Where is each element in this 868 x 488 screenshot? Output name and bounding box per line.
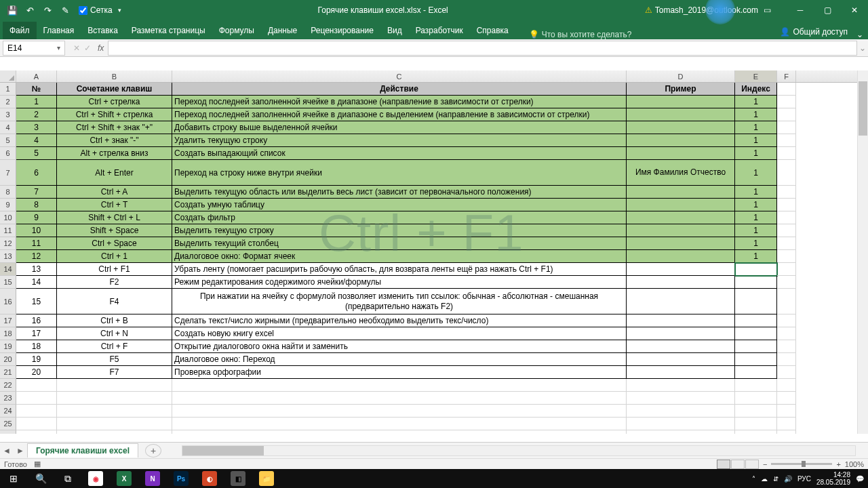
- cell[interactable]: [735, 340, 777, 353]
- tray-language[interactable]: РУС: [797, 475, 811, 483]
- cell[interactable]: [735, 430, 777, 434]
- column-header-A[interactable]: A: [16, 70, 57, 82]
- cell[interactable]: Ctrl + B: [57, 314, 172, 327]
- cell[interactable]: [627, 366, 735, 379]
- row-header[interactable]: 26: [0, 430, 16, 434]
- tab-Главная[interactable]: Главная: [37, 22, 81, 39]
- cell[interactable]: [777, 186, 796, 199]
- enter-formula-icon[interactable]: ✓: [84, 43, 91, 53]
- cell[interactable]: [777, 405, 796, 418]
- expand-formula-bar-icon[interactable]: ⌄: [857, 43, 868, 53]
- cell[interactable]: Диалоговое окно: Формат ячеек: [172, 250, 627, 263]
- cell[interactable]: [16, 430, 57, 434]
- cell[interactable]: 8: [16, 199, 57, 211]
- cell[interactable]: Shift + Ctrl + L: [57, 211, 172, 224]
- cell[interactable]: [735, 366, 777, 379]
- cell[interactable]: [627, 340, 735, 353]
- cell[interactable]: [777, 366, 796, 379]
- cell[interactable]: [627, 327, 735, 340]
- cell[interactable]: Ctrl + N: [57, 327, 172, 340]
- cell[interactable]: [735, 314, 777, 327]
- cell[interactable]: Переход последней заполненной ячейке в д…: [172, 108, 627, 121]
- cell[interactable]: 1: [735, 237, 777, 250]
- taskbar-app-explorer[interactable]: 📁: [253, 470, 280, 487]
- row-header[interactable]: 16: [0, 289, 16, 314]
- taskbar-app-photoshop[interactable]: Ps: [167, 470, 195, 487]
- cell[interactable]: [627, 186, 735, 199]
- cell[interactable]: Ctrl + Space: [57, 237, 172, 250]
- cell[interactable]: [627, 224, 735, 237]
- undo-button[interactable]: ↶: [22, 2, 38, 18]
- cell[interactable]: Ctrl + 1: [57, 250, 172, 263]
- horizontal-scrollbar-thumb[interactable]: [182, 446, 264, 455]
- cell[interactable]: [735, 263, 777, 276]
- cell[interactable]: [16, 418, 57, 430]
- row-header[interactable]: 6: [0, 147, 16, 160]
- column-header-F[interactable]: F: [777, 70, 796, 82]
- close-button[interactable]: ✕: [841, 0, 868, 20]
- system-tray[interactable]: ˄ ☁ ⇵ 🔊 РУС 14:28 28.05.2019 💬: [752, 471, 868, 486]
- row-header[interactable]: 8: [0, 186, 16, 199]
- cell[interactable]: Выделить текущую строку: [172, 224, 627, 237]
- cell[interactable]: [172, 379, 627, 392]
- column-header-B[interactable]: B: [57, 70, 172, 82]
- redo-button[interactable]: ↷: [39, 2, 56, 18]
- row-header[interactable]: 23: [0, 392, 16, 405]
- cell[interactable]: [777, 276, 796, 289]
- cell[interactable]: [627, 199, 735, 211]
- cell[interactable]: [627, 405, 735, 418]
- cell[interactable]: [627, 96, 735, 108]
- cell[interactable]: Создать выпадающий список: [172, 147, 627, 160]
- cell[interactable]: [627, 276, 735, 289]
- row-header[interactable]: 20: [0, 353, 16, 366]
- cell[interactable]: 1: [735, 134, 777, 147]
- horizontal-scrollbar[interactable]: [182, 445, 856, 456]
- save-button[interactable]: 💾: [4, 2, 20, 18]
- cell[interactable]: Ctrl + T: [57, 199, 172, 211]
- cell[interactable]: [777, 392, 796, 405]
- cell[interactable]: Открытие диалогового окна найти и замени…: [172, 340, 627, 353]
- cell[interactable]: [172, 392, 627, 405]
- row-header[interactable]: 15: [0, 276, 16, 289]
- cell[interactable]: [777, 121, 796, 134]
- row-header[interactable]: 5: [0, 134, 16, 147]
- zoom-slider[interactable]: [771, 463, 832, 465]
- zoom-level[interactable]: 100%: [845, 460, 864, 468]
- cell[interactable]: Создать новую книгу excel: [172, 327, 627, 340]
- tray-network-icon[interactable]: ⇵: [773, 475, 778, 483]
- tab-Вид[interactable]: Вид: [380, 22, 409, 39]
- cell[interactable]: Сочетание клавиш: [57, 83, 172, 96]
- cell[interactable]: Ctrl + Shift + знак "+": [57, 121, 172, 134]
- row-header[interactable]: 12: [0, 237, 16, 250]
- row-header[interactable]: 1: [0, 83, 16, 96]
- gridlines-toggle[interactable]: Сетка ▾: [79, 5, 121, 15]
- page-layout-view-button[interactable]: [731, 460, 745, 469]
- cell[interactable]: 1: [735, 96, 777, 108]
- cell[interactable]: [57, 405, 172, 418]
- row-header[interactable]: 7: [0, 160, 16, 186]
- cell[interactable]: [777, 353, 796, 366]
- cell[interactable]: Сделать текст/число жирными (предварител…: [172, 314, 627, 327]
- cell[interactable]: [16, 392, 57, 405]
- cell[interactable]: [777, 211, 796, 224]
- cancel-formula-icon[interactable]: ✕: [73, 43, 80, 53]
- cell[interactable]: 19: [16, 353, 57, 366]
- cell[interactable]: Ctrl + F: [57, 340, 172, 353]
- row-header[interactable]: 24: [0, 405, 16, 418]
- cell[interactable]: Диалоговое окно: Переход: [172, 353, 627, 366]
- tab-Разработчик[interactable]: Разработчик: [409, 22, 470, 39]
- cell[interactable]: №: [16, 83, 57, 96]
- cell[interactable]: 1: [16, 96, 57, 108]
- cell[interactable]: [172, 405, 627, 418]
- cell[interactable]: [777, 96, 796, 108]
- cell[interactable]: 1: [735, 224, 777, 237]
- cell[interactable]: [777, 134, 796, 147]
- row-header[interactable]: 19: [0, 340, 16, 353]
- cell[interactable]: 1: [735, 199, 777, 211]
- cell[interactable]: 14: [16, 276, 57, 289]
- tab-Формулы[interactable]: Формулы: [212, 22, 261, 39]
- cell[interactable]: 7: [16, 186, 57, 199]
- cell[interactable]: Alt + стрелка вниз: [57, 147, 172, 160]
- cell[interactable]: 17: [16, 327, 57, 340]
- tray-onedrive-icon[interactable]: ☁: [761, 475, 768, 483]
